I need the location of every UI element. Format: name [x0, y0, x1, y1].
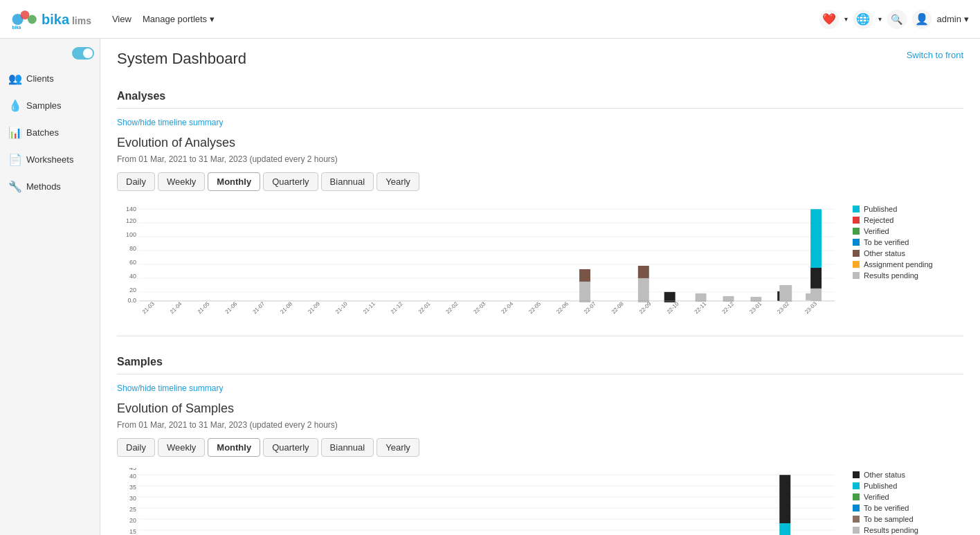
- analyses-tab-biannual[interactable]: Biannual: [321, 172, 374, 191]
- legend-label-published: Published: [864, 205, 897, 213]
- svg-text:21-04: 21-04: [169, 300, 183, 315]
- analyses-tab-quarterly[interactable]: Quarterly: [263, 172, 318, 191]
- svg-text:140: 140: [126, 206, 136, 212]
- sidebar-item-label-samples: Samples: [26, 100, 62, 111]
- header-icon-arrow1: ▾: [844, 15, 848, 23]
- sidebar: 👥 Clients 💧 Samples 📊 Batches 📄 Workshee…: [0, 39, 100, 535]
- svg-rect-24: [696, 293, 707, 302]
- user-avatar[interactable]: 👤: [912, 10, 932, 29]
- sidebar-item-batches[interactable]: 📊 Batches: [0, 119, 100, 146]
- analyses-chart-title: Evolution of Analyses: [117, 136, 963, 150]
- svg-text:120: 120: [126, 217, 136, 224]
- legend-item-other-status: Other status: [853, 249, 963, 257]
- svg-text:21-08: 21-08: [279, 300, 293, 315]
- nav-manage-portlets[interactable]: Manage portlets ▾: [143, 14, 215, 24]
- nav-view[interactable]: View: [112, 14, 131, 24]
- samples-date-range: From 01 Mar, 2021 to 31 Mar, 2023 (updat…: [117, 420, 963, 430]
- analyses-show-hide-link[interactable]: Show/hide timeline summary: [117, 118, 223, 127]
- header-right: ❤️ ▾ 🌐 ▾ 🔍 👤 admin ▾: [819, 10, 969, 29]
- legend-label-results-pending: Results pending: [864, 271, 918, 280]
- svg-text:21-05: 21-05: [197, 300, 211, 315]
- svg-rect-20: [579, 269, 590, 282]
- svg-rect-19: [579, 282, 590, 302]
- nav-links: View Manage portlets ▾: [112, 14, 819, 24]
- switch-to-front-link[interactable]: Switch to front: [907, 50, 963, 60]
- sidebar-collapse-toggle[interactable]: [72, 47, 94, 60]
- page-title: System Dashboard: [117, 50, 246, 68]
- legend-item-verified: Verified: [853, 227, 963, 235]
- legend-color-to-be-verified-s: [853, 505, 860, 511]
- sidebar-item-samples[interactable]: 💧 Samples: [0, 92, 100, 119]
- legend-item-other-status-s: Other status: [853, 471, 963, 479]
- legend-item-to-be-verified: To be verified: [853, 238, 963, 246]
- legend-color-results-pending: [853, 272, 860, 279]
- legend-color-other-status: [853, 250, 860, 257]
- sidebar-item-label-clients: Clients: [26, 73, 54, 84]
- svg-text:22-08: 22-08: [610, 300, 625, 315]
- samples-tab-daily[interactable]: Daily: [117, 438, 155, 457]
- main-content: System Dashboard Switch to front Analyse…: [100, 39, 980, 535]
- svg-text:21-06: 21-06: [224, 300, 239, 315]
- legend-label-published-s: Published: [864, 482, 897, 490]
- samples-section-title: Samples: [117, 350, 963, 374]
- svg-rect-31: [810, 289, 822, 301]
- analyses-section: Analyses Show/hide timeline summary Evol…: [117, 84, 963, 322]
- legend-color-to-be-verified: [853, 239, 860, 246]
- legend-item-to-be-verified-s: To be verified: [853, 504, 963, 512]
- svg-text:100: 100: [126, 231, 136, 238]
- analyses-tab-monthly[interactable]: Monthly: [208, 172, 260, 191]
- sidebar-item-clients[interactable]: 👥 Clients: [0, 65, 100, 92]
- legend-label-other-status: Other status: [864, 249, 905, 257]
- analyses-legend: Published Rejected Verified To be verifi…: [853, 202, 963, 322]
- analyses-tab-yearly[interactable]: Yearly: [376, 172, 419, 191]
- samples-tab-quarterly[interactable]: Quarterly: [263, 438, 318, 457]
- svg-text:21-03: 21-03: [141, 300, 156, 315]
- svg-text:22-05: 22-05: [527, 300, 542, 315]
- admin-button[interactable]: admin ▾: [937, 14, 969, 24]
- svg-text:21-11: 21-11: [362, 300, 376, 315]
- svg-text:15: 15: [129, 528, 136, 535]
- svg-text:80: 80: [129, 245, 136, 252]
- svg-text:35: 35: [129, 484, 136, 491]
- legend-color-assignment-pending: [853, 261, 860, 268]
- sidebar-item-methods[interactable]: 🔧 Methods: [0, 173, 100, 200]
- analyses-chart-svg: 0.0 20 40 60 80 100 120 140: [117, 202, 842, 320]
- legend-label-rejected: Rejected: [864, 216, 893, 224]
- svg-text:22-07: 22-07: [583, 300, 597, 315]
- samples-chart-title: Evolution of Samples: [117, 401, 963, 416]
- samples-tab-monthly[interactable]: Monthly: [208, 438, 260, 457]
- legend-color-rejected: [853, 217, 860, 224]
- legend-item-assignment-pending: Assignment pending: [853, 260, 963, 269]
- heart-icon[interactable]: ❤️: [819, 10, 839, 29]
- samples-tab-biannual[interactable]: Biannual: [321, 438, 374, 457]
- svg-text:21-10: 21-10: [334, 300, 349, 315]
- svg-text:21-09: 21-09: [307, 300, 321, 315]
- svg-text:21-12: 21-12: [390, 300, 404, 315]
- samples-legend: Other status Published Verified To be ve…: [853, 468, 963, 535]
- samples-show-hide-link[interactable]: Show/hide timeline summary: [117, 383, 223, 393]
- samples-tab-weekly[interactable]: Weekly: [158, 438, 205, 457]
- legend-item-to-be-sampled-s: To be sampled: [853, 515, 963, 523]
- legend-label-other-status-s: Other status: [864, 471, 905, 479]
- analyses-tab-daily[interactable]: Daily: [117, 172, 155, 191]
- sidebar-item-worksheets[interactable]: 📄 Worksheets: [0, 146, 100, 173]
- legend-item-published: Published: [853, 205, 963, 213]
- samples-chart-area: 0.0 5.0 10 15 20 25 30 35 40 45: [117, 468, 842, 535]
- dropdown-arrow-icon: ▾: [210, 14, 215, 24]
- analyses-chart-area: 0.0 20 40 60 80 100 120 140: [117, 202, 842, 322]
- globe-icon[interactable]: 🌐: [853, 10, 873, 29]
- samples-tab-yearly[interactable]: Yearly: [376, 438, 419, 457]
- legend-label-to-be-verified-s: To be verified: [864, 504, 909, 512]
- logo-text: bika lims: [42, 10, 91, 28]
- search-icon[interactable]: 🔍: [887, 10, 907, 29]
- svg-text:20: 20: [129, 287, 136, 293]
- legend-color-published: [853, 206, 860, 212]
- svg-text:bika: bika: [12, 25, 21, 30]
- svg-point-2: [28, 15, 37, 24]
- svg-text:22-09: 22-09: [638, 300, 653, 315]
- legend-item-published-s: Published: [853, 482, 963, 490]
- svg-text:40: 40: [129, 273, 136, 280]
- analyses-tab-weekly[interactable]: Weekly: [158, 172, 205, 191]
- header: bika bika lims View Manage portlets ▾ ❤️…: [0, 0, 980, 39]
- svg-text:45: 45: [129, 468, 136, 471]
